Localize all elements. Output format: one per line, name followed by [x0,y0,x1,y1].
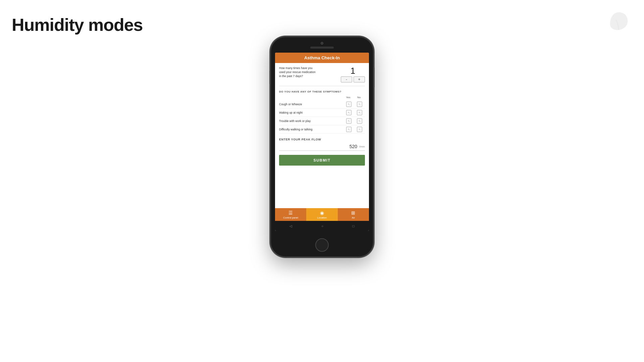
increment-button[interactable]: + [354,76,365,82]
app-header: Asthma Check-In [275,53,369,63]
peak-flow-section: ENTER YOUR PEAK FLOW 520 l/min [279,138,365,151]
no-radio[interactable]: ↖ [354,127,365,132]
nav-location[interactable]: ◉ Location [306,208,337,221]
phone-home-button[interactable] [315,238,329,252]
phone-screen: Asthma Check-In How many times have you … [275,53,369,231]
symptom-label: Difficulty walking or talking [279,128,343,131]
air-icon: ⊞ [351,210,355,216]
app-header-title: Asthma Check-In [304,55,340,60]
yes-radio[interactable]: ↖ [343,118,354,124]
rescue-buttons: - + [341,76,365,82]
yes-radio[interactable]: ↖ [343,102,354,107]
peak-flow-title: ENTER YOUR PEAK FLOW [279,138,365,141]
symptoms-section: DO YOU HAVE ANY OF THESE SYMPTOMS? Yes N… [279,90,365,134]
symptom-label: Cough or Wheeze [279,103,343,106]
android-nav-bar: ◁ ○ □ [275,221,369,231]
symptom-radios: ↖ ↖ [343,102,365,107]
yes-radio[interactable]: ↖ [343,127,354,132]
back-button[interactable]: ◁ [289,224,292,228]
symptom-radios: ↖ ↖ [343,127,365,132]
no-radio-box[interactable]: ↖ [357,110,362,115]
location-icon: ◉ [320,210,324,216]
yes-radio-box[interactable]: ↖ [346,102,352,107]
no-radio[interactable]: ↖ [354,110,365,115]
symptom-radios: ↖ ↖ [343,118,365,124]
nav-air[interactable]: ⊞ Air [338,208,369,221]
nav-air-label: Air [352,216,355,219]
symptom-label: Trouble with work or play [279,119,343,123]
symptom-row: Waking up at night ↖ ↖ [279,109,365,117]
peak-flow-input-row: 520 l/min [279,144,365,151]
phone-speaker [310,47,334,49]
nav-control-label: Control panel [283,216,298,219]
peak-flow-value[interactable]: 520 [344,144,357,149]
recents-button[interactable]: □ [353,224,355,228]
no-radio[interactable]: ↖ [354,102,365,107]
rescue-section: How many times have you used your rescue… [279,66,365,86]
peak-flow-unit: l/min [359,145,365,148]
home-button[interactable]: ○ [321,224,323,228]
phone-bottom-area [271,235,373,256]
no-header: No [354,96,364,99]
bottom-navigation: ☰ Control panel ◉ Location ⊞ Air [275,208,369,221]
symptom-row: Trouble with work or play ↖ ↖ [279,117,365,125]
yes-radio[interactable]: ↖ [343,110,354,115]
symptom-radios: ↖ ↖ [343,110,365,115]
phone-frame: Asthma Check-In How many times have you … [270,36,374,257]
symptoms-title: DO YOU HAVE ANY OF THESE SYMPTOMS? [279,90,365,93]
phone-side-button-left [269,71,271,84]
rescue-question-text: How many times have you used your rescue… [279,66,316,78]
rescue-count-value: 1 [351,66,355,75]
symptom-column-headers: Yes No [279,96,365,99]
symptom-row: Cough or Wheeze ↖ ↖ [279,100,365,109]
app-content: How many times have you used your rescue… [275,63,369,208]
submit-button[interactable]: SUBMIT [279,155,365,166]
control-panel-icon: ☰ [288,210,293,216]
yes-radio-box[interactable]: ↖ [346,110,352,115]
leaf-logo-icon [607,9,631,33]
nav-location-label: Location [317,216,327,219]
yes-header: Yes [343,96,354,99]
phone-top-bar [271,37,373,49]
no-radio[interactable]: ↖ [354,118,365,124]
phone-camera [321,42,323,45]
yes-radio-box[interactable]: ↖ [346,127,352,132]
rescue-counter: 1 - + [341,66,365,82]
no-radio-box[interactable]: ↖ [357,118,362,124]
no-radio-box[interactable]: ↖ [357,102,362,107]
page-title: Humidity modes [12,15,143,35]
decrement-button[interactable]: - [341,76,352,82]
no-radio-box[interactable]: ↖ [357,127,362,132]
yes-radio-box[interactable]: ↖ [346,118,352,124]
phone-side-button-right [373,67,375,87]
nav-control-panel[interactable]: ☰ Control panel [275,208,306,221]
symptom-row: Difficulty walking or talking ↖ ↖ [279,125,365,134]
symptom-label: Waking up at night [279,111,343,114]
